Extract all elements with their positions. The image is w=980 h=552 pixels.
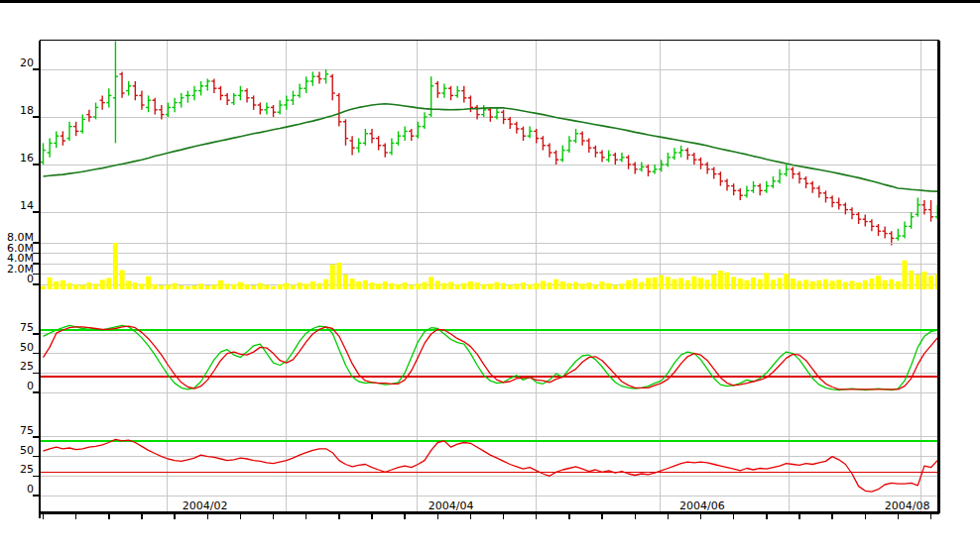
svg-text:2004/02: 2004/02 — [183, 499, 228, 512]
svg-text:20: 20 — [20, 56, 34, 69]
svg-text:16: 16 — [20, 152, 34, 165]
stock-chart-window: 201816148.0M6.0M4.0M2.0M0755025075502502… — [0, 0, 980, 552]
svg-text:2004/06: 2004/06 — [679, 499, 725, 512]
svg-text:50: 50 — [20, 341, 34, 354]
svg-text:25: 25 — [20, 360, 34, 373]
svg-text:25: 25 — [20, 463, 34, 476]
svg-text:75: 75 — [20, 424, 34, 437]
svg-text:14: 14 — [20, 199, 34, 212]
svg-text:0: 0 — [27, 273, 34, 285]
svg-text:2004/04: 2004/04 — [429, 499, 474, 512]
svg-text:75: 75 — [20, 321, 34, 334]
svg-text:0: 0 — [27, 380, 34, 392]
svg-text:18: 18 — [20, 104, 34, 117]
svg-text:50: 50 — [20, 444, 34, 457]
top-horizontal-rule — [0, 0, 980, 3]
svg-text:0: 0 — [27, 483, 34, 496]
stock-chart-canvas: 201816148.0M6.0M4.0M2.0M0755025075502502… — [0, 0, 980, 552]
svg-text:2004/08: 2004/08 — [885, 499, 930, 512]
